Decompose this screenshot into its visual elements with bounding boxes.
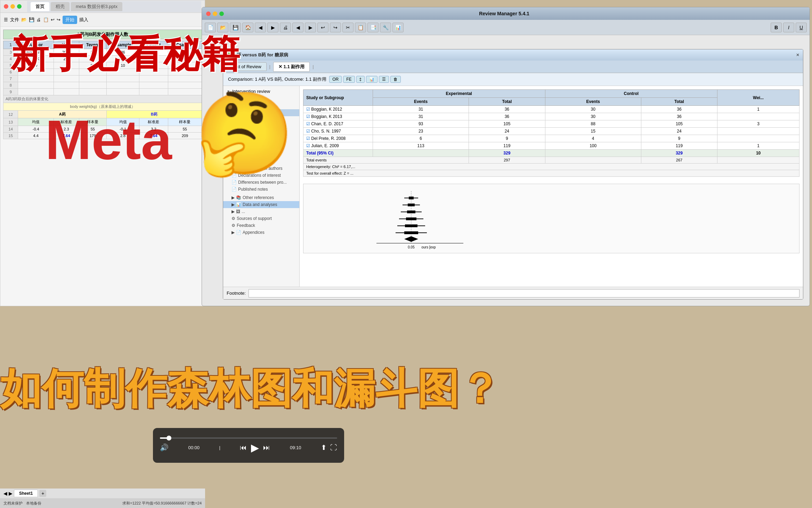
svg-rect-12 <box>404 231 418 234</box>
total-events-row: Total events 297 267 <box>303 157 799 164</box>
ppt-toolbar: ☰ 文件 📂 💾 🖨 📋 ↩ ↪ 开始 插入 <box>0 13 205 27</box>
heterogeneity-row: Heterogeneity: Chi² = 6.17,... <box>303 164 799 170</box>
trash-button[interactable]: 🗑 <box>390 76 401 83</box>
print-icon[interactable]: 🖨 <box>36 17 41 22</box>
toolbar-copy[interactable]: 📋 <box>355 23 366 32</box>
review-inner-window: 📗 A药 versus B药 for 糖尿病 ✕ Text of Review … <box>223 49 803 300</box>
or-button[interactable]: OR <box>329 76 342 83</box>
play-button[interactable]: ▶ <box>251 442 259 454</box>
share-icon[interactable]: ⬆ <box>321 443 327 452</box>
toolbar-settings[interactable]: 🔧 <box>380 23 391 32</box>
toolbar-print[interactable]: 🖨 <box>280 23 291 32</box>
toolbar-bold[interactable]: B <box>771 23 782 32</box>
ci-button[interactable]: ‡ <box>356 76 365 83</box>
save-icon[interactable]: 💾 <box>29 17 34 22</box>
toolbar-cut[interactable]: ✂ <box>342 23 354 32</box>
center-controls: ⏮ ▶ ⏭ <box>240 442 270 454</box>
svg-rect-8 <box>406 217 416 220</box>
tab-daoke[interactable]: 稻壳 <box>51 2 70 11</box>
comparison-full: Comparison: 1 A药 VS B药, Outcome: 1.1 副作用 <box>228 76 326 82</box>
total-row: Total (95% CI) 329 329 10 <box>303 150 799 157</box>
insert-label: 插入 <box>79 17 88 23</box>
rm-close[interactable] <box>206 11 211 16</box>
start-button[interactable]: 开始 <box>63 16 77 24</box>
analysis-area: Study or Subgroup Experimental Control W… <box>300 86 803 300</box>
sheet-tab-1[interactable]: Sheet1 <box>14 490 38 497</box>
tab-home[interactable]: 首页 <box>31 2 49 11</box>
chart-button[interactable]: 📊 <box>366 76 377 83</box>
toolbar-redo[interactable]: ↪ <box>330 23 341 32</box>
table-row: ☑ Cho, S. N. 1997 23241524 <box>303 128 799 135</box>
rm-toolbar: 📄 📂 💾 🏠 ◀ ▶ 🖨 ◀ ▶ ↩ ↪ ✂ 📋 📑 🔧 📊 B I U <box>202 20 810 35</box>
rewind-button[interactable]: ⏮ <box>240 444 247 452</box>
nav-right[interactable]: ▶ <box>9 491 13 496</box>
overlay-bottom-text: 如何制作森林图和漏斗图？ <box>0 361 812 418</box>
toolbar-forward[interactable]: ▶ <box>267 23 278 32</box>
sidebar-published-notes[interactable]: 📄 Published notes <box>223 186 299 193</box>
progress-bar[interactable] <box>160 437 337 439</box>
tab-outcome[interactable]: ✕ 1.1 副作用 <box>273 62 310 72</box>
footnote-input[interactable] <box>249 289 799 297</box>
sidebar-data-analyses[interactable]: ▶ 📊 Data and analyses <box>223 201 299 208</box>
toolbar-new[interactable]: 📄 <box>205 23 216 32</box>
toolbar-paste[interactable]: 📑 <box>367 23 379 32</box>
comparison-header: Comparison: 1 A药 VS B药, Outcome: 1.1 副作用… <box>223 73 803 86</box>
doc-icon14: 📄 <box>232 187 237 192</box>
test-overall-row: Test for overall effect: Z = ... <box>303 170 799 177</box>
toolbar-chart[interactable]: 📊 <box>392 23 404 32</box>
rm-minimize[interactable] <box>213 11 217 16</box>
add-sheet-button[interactable]: + <box>39 490 46 497</box>
window-controls: ✕ <box>796 53 799 57</box>
header-control: Control <box>545 90 717 98</box>
video-player[interactable]: 🔊 00:00 | ⏮ ▶ ⏭ 09:10 ⬆ ⛶ <box>153 428 344 463</box>
inner-close[interactable]: ✕ <box>796 53 799 57</box>
redo-icon[interactable]: ↪ <box>57 17 60 22</box>
appendix-icon: 📄 <box>236 230 241 235</box>
tab-file[interactable]: meta 数据分析3.pptx <box>71 2 122 11</box>
rm-maximize[interactable] <box>219 11 224 16</box>
copy-icon[interactable]: 📋 <box>43 17 49 22</box>
toolbar-prev[interactable]: ◀ <box>292 23 303 32</box>
open-icon[interactable]: 📂 <box>21 17 27 22</box>
toolbar-save[interactable]: 💾 <box>230 23 241 32</box>
sidebar-sources[interactable]: ⚙ Sources of support <box>223 215 299 222</box>
toolbar-underline[interactable]: U <box>796 23 807 32</box>
rm-titlebar: Review Manager 5.4.1 <box>202 7 810 20</box>
sidebar-feedback[interactable]: ⚙ Feedback <box>223 222 299 229</box>
nav-left[interactable]: ◀ <box>3 491 7 496</box>
formula-result: 求和=1222 平均值=50.916666666667 计数=24 <box>122 501 202 506</box>
toolbar-home[interactable]: 🏠 <box>242 23 253 32</box>
close-button[interactable] <box>4 4 8 9</box>
data-icon: 📊 <box>236 202 241 207</box>
total-time: 09:10 <box>290 445 301 450</box>
fe-button[interactable]: FE <box>343 76 355 83</box>
arrow-icon7: ▶ <box>232 230 235 235</box>
toolbar-next[interactable]: ▶ <box>305 23 316 32</box>
thinking-emoji: 🤔 <box>195 87 294 181</box>
fullscreen-icon[interactable]: ⛶ <box>330 444 337 452</box>
fast-forward-button[interactable]: ⏭ <box>263 444 270 452</box>
volume-icon[interactable]: 🔊 <box>160 443 169 452</box>
tab-separator: | <box>269 64 270 69</box>
undo-icon[interactable]: ↩ <box>51 17 55 22</box>
sidebar-figures[interactable]: ▶ 🖼 ... <box>223 208 299 215</box>
doc-protection-status: 文档未保护 <box>3 501 23 506</box>
arrow-icon6: ▶ <box>232 209 235 214</box>
sidebar-appendices[interactable]: ▶ 📄 Appendices <box>223 229 299 236</box>
sidebar-other-refs[interactable]: ▶ 📚 Other references <box>223 194 299 201</box>
book-icon: 📚 <box>236 195 241 200</box>
feedback-icon: ⚙ <box>232 223 235 228</box>
toolbar-back[interactable]: ◀ <box>255 23 266 32</box>
toolbar-open[interactable]: 📂 <box>217 23 228 32</box>
rm-title: Review Manager 5.4.1 <box>479 11 529 16</box>
svg-marker-13 <box>404 236 418 242</box>
maximize-button[interactable] <box>17 4 22 9</box>
toolbar-undo[interactable]: ↩ <box>317 23 328 32</box>
toolbar-italic[interactable]: I <box>783 23 794 32</box>
header-study: Study or Subgroup <box>303 90 373 106</box>
minimize-button[interactable] <box>10 4 15 9</box>
table-button[interactable]: ☰ <box>379 76 389 83</box>
hamburger-icon[interactable]: ☰ <box>4 17 8 22</box>
time-separator: | <box>219 445 220 450</box>
video-controls: 🔊 00:00 | ⏮ ▶ ⏭ 09:10 ⬆ ⛶ <box>160 442 337 454</box>
